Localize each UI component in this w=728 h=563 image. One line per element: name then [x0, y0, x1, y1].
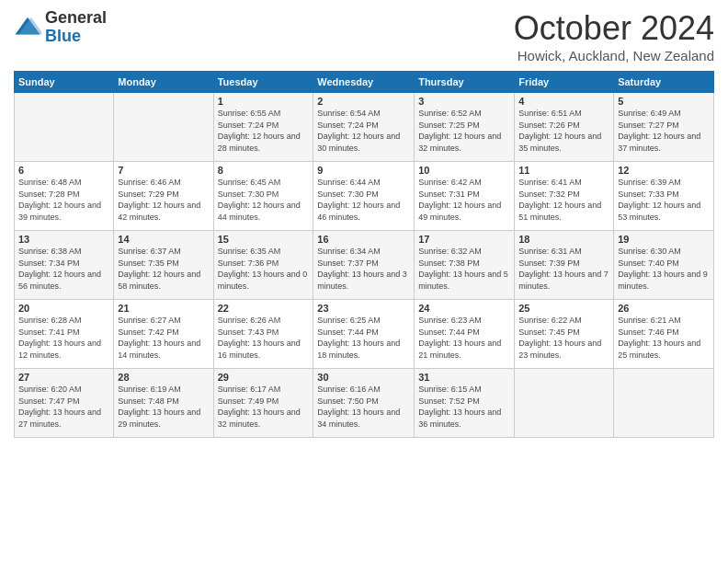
weekday-header-saturday: Saturday	[614, 72, 714, 93]
calendar-cell	[114, 93, 213, 162]
day-info: Sunrise: 6:19 AMSunset: 7:48 PMDaylight:…	[118, 384, 209, 430]
day-number: 26	[618, 303, 710, 314]
calendar-cell: 20Sunrise: 6:28 AMSunset: 7:41 PMDayligh…	[15, 300, 114, 369]
calendar-cell: 11Sunrise: 6:41 AMSunset: 7:32 PMDayligh…	[515, 162, 614, 231]
day-number: 22	[218, 303, 310, 314]
day-info: Sunrise: 6:30 AMSunset: 7:40 PMDaylight:…	[618, 246, 710, 292]
calendar-cell: 19Sunrise: 6:30 AMSunset: 7:40 PMDayligh…	[614, 231, 714, 300]
weekday-header-tuesday: Tuesday	[213, 72, 313, 93]
logo-icon	[14, 14, 41, 41]
day-number: 10	[418, 165, 510, 176]
day-number: 15	[218, 234, 310, 245]
logo: General Blue	[14, 9, 107, 46]
logo-general: General	[45, 9, 107, 28]
day-info: Sunrise: 6:54 AMSunset: 7:24 PMDaylight:…	[317, 108, 410, 154]
day-info: Sunrise: 6:34 AMSunset: 7:37 PMDaylight:…	[317, 246, 410, 292]
calendar-cell: 4Sunrise: 6:51 AMSunset: 7:26 PMDaylight…	[515, 93, 614, 162]
day-info: Sunrise: 6:21 AMSunset: 7:46 PMDaylight:…	[618, 315, 710, 361]
day-info: Sunrise: 6:48 AMSunset: 7:28 PMDaylight:…	[18, 177, 109, 223]
calendar-body: 1Sunrise: 6:55 AMSunset: 7:24 PMDaylight…	[15, 93, 714, 438]
weekday-header-thursday: Thursday	[415, 72, 515, 93]
calendar-cell: 22Sunrise: 6:26 AMSunset: 7:43 PMDayligh…	[213, 300, 313, 369]
day-info: Sunrise: 6:52 AMSunset: 7:25 PMDaylight:…	[418, 108, 510, 154]
day-number: 17	[418, 234, 510, 245]
day-number: 16	[317, 234, 410, 245]
day-info: Sunrise: 6:28 AMSunset: 7:41 PMDaylight:…	[18, 315, 109, 361]
day-info: Sunrise: 6:23 AMSunset: 7:44 PMDaylight:…	[418, 315, 510, 361]
calendar-cell: 26Sunrise: 6:21 AMSunset: 7:46 PMDayligh…	[614, 300, 714, 369]
day-number: 18	[518, 234, 609, 245]
day-number: 19	[618, 234, 710, 245]
calendar-cell: 21Sunrise: 6:27 AMSunset: 7:42 PMDayligh…	[114, 300, 213, 369]
calendar-week-2: 6Sunrise: 6:48 AMSunset: 7:28 PMDaylight…	[15, 162, 714, 231]
day-info: Sunrise: 6:42 AMSunset: 7:31 PMDaylight:…	[418, 177, 510, 223]
day-info: Sunrise: 6:38 AMSunset: 7:34 PMDaylight:…	[18, 246, 109, 292]
day-number: 30	[317, 372, 410, 383]
calendar-cell: 6Sunrise: 6:48 AMSunset: 7:28 PMDaylight…	[15, 162, 114, 231]
calendar-table: SundayMondayTuesdayWednesdayThursdayFrid…	[14, 71, 714, 438]
month-title: October 2024	[514, 9, 714, 48]
calendar-header: SundayMondayTuesdayWednesdayThursdayFrid…	[15, 72, 714, 93]
calendar-week-5: 27Sunrise: 6:20 AMSunset: 7:47 PMDayligh…	[15, 369, 714, 438]
location: Howick, Auckland, New Zealand	[514, 48, 714, 63]
page: General Blue October 2024 Howick, Auckla…	[0, 0, 728, 563]
day-number: 7	[118, 165, 209, 176]
calendar-cell: 12Sunrise: 6:39 AMSunset: 7:33 PMDayligh…	[614, 162, 714, 231]
calendar-cell: 16Sunrise: 6:34 AMSunset: 7:37 PMDayligh…	[313, 231, 415, 300]
calendar-cell: 28Sunrise: 6:19 AMSunset: 7:48 PMDayligh…	[114, 369, 213, 438]
calendar-cell: 13Sunrise: 6:38 AMSunset: 7:34 PMDayligh…	[15, 231, 114, 300]
day-number: 8	[218, 165, 310, 176]
day-info: Sunrise: 6:44 AMSunset: 7:30 PMDaylight:…	[317, 177, 410, 223]
weekday-header-sunday: Sunday	[15, 72, 114, 93]
calendar-cell: 5Sunrise: 6:49 AMSunset: 7:27 PMDaylight…	[614, 93, 714, 162]
day-number: 2	[317, 96, 410, 107]
day-info: Sunrise: 6:22 AMSunset: 7:45 PMDaylight:…	[518, 315, 609, 361]
logo-blue: Blue	[45, 28, 107, 46]
day-info: Sunrise: 6:39 AMSunset: 7:33 PMDaylight:…	[618, 177, 710, 223]
calendar-week-1: 1Sunrise: 6:55 AMSunset: 7:24 PMDaylight…	[15, 93, 714, 162]
weekday-row: SundayMondayTuesdayWednesdayThursdayFrid…	[15, 72, 714, 93]
calendar-cell	[15, 93, 114, 162]
calendar-cell: 24Sunrise: 6:23 AMSunset: 7:44 PMDayligh…	[415, 300, 515, 369]
weekday-header-friday: Friday	[515, 72, 614, 93]
weekday-header-monday: Monday	[114, 72, 213, 93]
calendar-cell: 30Sunrise: 6:16 AMSunset: 7:50 PMDayligh…	[313, 369, 415, 438]
day-info: Sunrise: 6:16 AMSunset: 7:50 PMDaylight:…	[317, 384, 410, 430]
day-info: Sunrise: 6:15 AMSunset: 7:52 PMDaylight:…	[418, 384, 510, 430]
calendar-cell: 23Sunrise: 6:25 AMSunset: 7:44 PMDayligh…	[313, 300, 415, 369]
day-number: 12	[618, 165, 710, 176]
day-number: 24	[418, 303, 510, 314]
day-info: Sunrise: 6:55 AMSunset: 7:24 PMDaylight:…	[218, 108, 310, 154]
calendar-cell: 3Sunrise: 6:52 AMSunset: 7:25 PMDaylight…	[415, 93, 515, 162]
day-number: 3	[418, 96, 510, 107]
day-number: 23	[317, 303, 410, 314]
day-number: 1	[218, 96, 310, 107]
day-info: Sunrise: 6:31 AMSunset: 7:39 PMDaylight:…	[518, 246, 609, 292]
calendar-week-3: 13Sunrise: 6:38 AMSunset: 7:34 PMDayligh…	[15, 231, 714, 300]
day-info: Sunrise: 6:27 AMSunset: 7:42 PMDaylight:…	[118, 315, 209, 361]
day-info: Sunrise: 6:37 AMSunset: 7:35 PMDaylight:…	[118, 246, 209, 292]
day-number: 21	[118, 303, 209, 314]
calendar-cell: 27Sunrise: 6:20 AMSunset: 7:47 PMDayligh…	[15, 369, 114, 438]
calendar-cell: 14Sunrise: 6:37 AMSunset: 7:35 PMDayligh…	[114, 231, 213, 300]
calendar-cell: 25Sunrise: 6:22 AMSunset: 7:45 PMDayligh…	[515, 300, 614, 369]
day-info: Sunrise: 6:20 AMSunset: 7:47 PMDaylight:…	[18, 384, 109, 430]
weekday-header-wednesday: Wednesday	[313, 72, 415, 93]
day-info: Sunrise: 6:45 AMSunset: 7:30 PMDaylight:…	[218, 177, 310, 223]
day-info: Sunrise: 6:41 AMSunset: 7:32 PMDaylight:…	[518, 177, 609, 223]
day-info: Sunrise: 6:26 AMSunset: 7:43 PMDaylight:…	[218, 315, 310, 361]
day-info: Sunrise: 6:35 AMSunset: 7:36 PMDaylight:…	[218, 246, 310, 292]
calendar-cell	[515, 369, 614, 438]
day-number: 27	[18, 372, 109, 383]
day-number: 13	[18, 234, 109, 245]
calendar-cell: 17Sunrise: 6:32 AMSunset: 7:38 PMDayligh…	[415, 231, 515, 300]
day-number: 4	[518, 96, 609, 107]
day-info: Sunrise: 6:49 AMSunset: 7:27 PMDaylight:…	[618, 108, 710, 154]
day-info: Sunrise: 6:32 AMSunset: 7:38 PMDaylight:…	[418, 246, 510, 292]
day-info: Sunrise: 6:46 AMSunset: 7:29 PMDaylight:…	[118, 177, 209, 223]
calendar-cell: 8Sunrise: 6:45 AMSunset: 7:30 PMDaylight…	[213, 162, 313, 231]
day-number: 11	[518, 165, 609, 176]
day-number: 14	[118, 234, 209, 245]
title-section: October 2024 Howick, Auckland, New Zeala…	[514, 9, 714, 63]
calendar-cell: 18Sunrise: 6:31 AMSunset: 7:39 PMDayligh…	[515, 231, 614, 300]
